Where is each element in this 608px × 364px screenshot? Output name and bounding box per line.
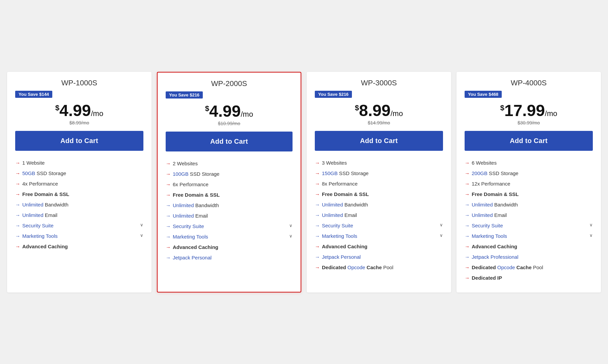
arrow-icon: → bbox=[465, 253, 470, 260]
arrow-icon: → bbox=[15, 159, 20, 166]
feature-label: Unlimited Email bbox=[472, 212, 593, 219]
savings-badge: You Save $216 bbox=[315, 91, 352, 98]
plan-title: WP-3000S bbox=[315, 79, 443, 87]
arrow-icon: → bbox=[166, 233, 171, 240]
arrow-icon: → bbox=[315, 201, 320, 208]
feature-label: Dedicated Opcode Cache Pool bbox=[322, 264, 443, 271]
feature-item: →4x Performance bbox=[15, 178, 143, 189]
arrow-icon: → bbox=[315, 232, 320, 240]
feature-item: →Unlimited Email bbox=[166, 211, 293, 221]
feature-label: Jetpack Personal bbox=[173, 254, 293, 261]
add-to-cart-button[interactable]: Add to Cart bbox=[166, 132, 293, 151]
plan-card-wp-1000s: WP-1000SYou Save $144$4.99/mo$8.99/moAdd… bbox=[7, 72, 151, 292]
feature-item[interactable]: →Marketing Tools∨ bbox=[15, 231, 143, 241]
feature-label: Jetpack Professional bbox=[472, 253, 593, 260]
feature-label: Unlimited Bandwidth bbox=[472, 201, 593, 208]
price-block: $4.99/mo bbox=[15, 103, 143, 119]
feature-item: →Unlimited Email bbox=[15, 210, 143, 220]
price-block: $17.99/mo bbox=[465, 103, 593, 119]
arrow-icon: → bbox=[166, 254, 171, 261]
feature-item[interactable]: →Marketing Tools∨ bbox=[315, 231, 443, 241]
arrow-icon: → bbox=[315, 191, 320, 198]
feature-item: →Advanced Caching bbox=[315, 241, 443, 252]
chevron-down-icon[interactable]: ∨ bbox=[289, 223, 293, 229]
add-to-cart-button[interactable]: Add to Cart bbox=[315, 131, 443, 151]
feature-item: →Unlimited Email bbox=[315, 210, 443, 220]
savings-badge: You Save $468 bbox=[465, 91, 502, 98]
feature-item: →150GB SSD Storage bbox=[315, 168, 443, 178]
feature-label: Unlimited Bandwidth bbox=[322, 201, 443, 208]
arrow-icon: → bbox=[166, 244, 171, 251]
feature-label: 1 Website bbox=[22, 159, 143, 166]
plan-card-wp-2000s: WP-2000SYou Save $216$4.99/mo$10.99/moAd… bbox=[157, 72, 301, 292]
arrow-icon: → bbox=[166, 170, 171, 177]
feature-label: 150GB SSD Storage bbox=[322, 170, 443, 177]
arrow-icon: → bbox=[465, 274, 470, 281]
feature-item: →Advanced Caching bbox=[166, 242, 293, 252]
feature-item: →Unlimited Bandwidth bbox=[315, 199, 443, 210]
arrow-icon: → bbox=[465, 232, 470, 240]
plan-card-wp-3000s: WP-3000SYou Save $216$8.99/mo$14.99/moAd… bbox=[307, 72, 451, 292]
arrow-icon: → bbox=[166, 191, 171, 198]
savings-badge: You Save $216 bbox=[166, 91, 203, 99]
chevron-down-icon[interactable]: ∨ bbox=[589, 232, 593, 239]
chevron-down-icon[interactable]: ∨ bbox=[140, 232, 143, 239]
feature-item: →6x Performance bbox=[166, 179, 293, 190]
feature-item[interactable]: →Security Suite∨ bbox=[465, 220, 593, 231]
feature-label: Jetpack Personal bbox=[322, 253, 443, 260]
arrow-icon: → bbox=[465, 212, 470, 219]
chevron-down-icon[interactable]: ∨ bbox=[440, 232, 443, 239]
arrow-icon: → bbox=[465, 159, 470, 166]
plan-title: WP-4000S bbox=[465, 79, 593, 87]
chevron-down-icon[interactable]: ∨ bbox=[289, 233, 293, 239]
chevron-down-icon[interactable]: ∨ bbox=[589, 222, 593, 228]
add-to-cart-button[interactable]: Add to Cart bbox=[15, 131, 143, 151]
chevron-down-icon[interactable]: ∨ bbox=[440, 222, 443, 228]
feature-label: 50GB SSD Storage bbox=[22, 170, 143, 177]
arrow-icon: → bbox=[15, 243, 20, 250]
arrow-icon: → bbox=[315, 253, 320, 260]
chevron-down-icon[interactable]: ∨ bbox=[140, 222, 143, 228]
feature-label: Free Domain & SSL bbox=[22, 191, 143, 198]
feature-item: →Jetpack Personal bbox=[315, 252, 443, 262]
feature-item: →200GB SSD Storage bbox=[465, 168, 593, 178]
feature-item: →3 Websites bbox=[315, 158, 443, 168]
feature-item[interactable]: →Marketing Tools∨ bbox=[166, 231, 293, 242]
feature-item[interactable]: →Security Suite∨ bbox=[166, 221, 293, 231]
add-to-cart-button[interactable]: Add to Cart bbox=[465, 131, 593, 151]
arrow-icon: → bbox=[166, 212, 171, 219]
feature-item[interactable]: →Security Suite∨ bbox=[315, 220, 443, 231]
feature-item: →100GB SSD Storage bbox=[166, 169, 293, 179]
feature-item[interactable]: →Marketing Tools∨ bbox=[465, 231, 593, 241]
feature-item: →6 Websites bbox=[465, 158, 593, 168]
arrow-icon: → bbox=[315, 222, 320, 229]
feature-label: Security Suite bbox=[22, 222, 140, 229]
arrow-icon: → bbox=[166, 160, 171, 167]
price-block: $8.99/mo bbox=[315, 103, 443, 119]
arrow-icon: → bbox=[15, 232, 20, 240]
price-block: $4.99/mo bbox=[166, 103, 293, 119]
feature-item: →2 Websites bbox=[166, 158, 293, 169]
arrow-icon: → bbox=[465, 191, 470, 198]
arrow-icon: → bbox=[166, 202, 171, 209]
feature-label: Advanced Caching bbox=[173, 244, 293, 251]
feature-item: →Unlimited Bandwidth bbox=[15, 199, 143, 210]
original-price: $14.99/mo bbox=[315, 120, 443, 125]
feature-label: Free Domain & SSL bbox=[173, 191, 293, 198]
feature-label: Unlimited Email bbox=[22, 212, 143, 219]
feature-item: →50GB SSD Storage bbox=[15, 168, 143, 178]
arrow-icon: → bbox=[315, 170, 320, 177]
plan-title: WP-2000S bbox=[166, 79, 293, 88]
arrow-icon: → bbox=[315, 159, 320, 166]
plan-price: $4.99/mo bbox=[166, 103, 293, 119]
plan-price: $17.99/mo bbox=[465, 103, 593, 119]
feature-item: →Jetpack Professional bbox=[465, 252, 593, 262]
arrow-icon: → bbox=[15, 201, 20, 208]
feature-item: →Unlimited Bandwidth bbox=[465, 199, 593, 210]
feature-item: →Dedicated IP bbox=[465, 273, 593, 283]
feature-item[interactable]: →Security Suite∨ bbox=[15, 220, 143, 231]
arrow-icon: → bbox=[465, 264, 470, 271]
feature-label: Dedicated Opcode Cache Pool bbox=[472, 264, 593, 271]
arrow-icon: → bbox=[315, 180, 320, 187]
original-price: $10.99/mo bbox=[166, 121, 293, 126]
